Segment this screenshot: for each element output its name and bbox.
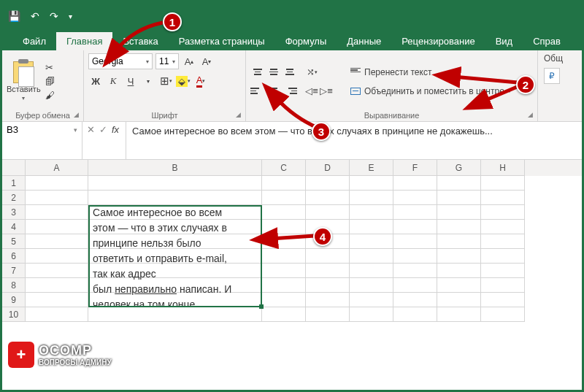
cell[interactable] [350,191,393,205]
decrease-font-icon[interactable]: A▾ [199,54,214,69]
tab-review[interactable]: Рецензирование [391,32,485,50]
cell[interactable] [437,205,481,220]
column-header-H[interactable]: H [481,160,525,176]
row-header[interactable]: 2 [2,191,26,205]
cell[interactable] [481,307,525,322]
column-header-G[interactable]: G [437,160,481,176]
align-bottom-icon[interactable] [283,65,297,80]
cell[interactable] [262,249,306,264]
cell[interactable] [350,278,393,293]
cell[interactable] [437,264,481,278]
row-header[interactable]: 5 [2,234,26,249]
cell[interactable] [88,307,262,322]
cell[interactable] [481,293,525,307]
cell[interactable] [26,191,88,205]
cell[interactable] [26,264,88,278]
cell[interactable] [350,234,393,249]
cell[interactable] [350,176,393,191]
cell[interactable] [393,293,437,307]
cancel-formula-icon[interactable]: ✕ [87,124,95,135]
fill-color-icon[interactable]: ⬙▾ [176,74,191,88]
cell[interactable] [306,191,350,205]
cell[interactable] [306,278,350,293]
cell[interactable] [393,234,437,249]
tab-help[interactable]: Справ [523,32,571,50]
cell[interactable] [26,307,88,322]
cell[interactable] [262,191,306,205]
cell[interactable] [306,264,350,278]
fx-icon[interactable]: fx [112,124,119,135]
enter-formula-icon[interactable]: ✓ [99,124,107,135]
cell[interactable] [26,278,88,293]
row-header[interactable]: 9 [2,293,26,307]
cell[interactable] [26,205,88,220]
tab-home[interactable]: Главная [56,32,112,50]
row-header[interactable]: 10 [2,307,26,322]
cell[interactable] [481,278,525,293]
tab-file[interactable]: Файл [12,32,56,50]
format-painter-icon[interactable]: 🖌 [45,90,55,101]
cell[interactable] [26,249,88,264]
cell[interactable] [481,220,525,234]
alignment-dialog-launcher-icon[interactable]: ◢ [528,111,533,118]
cell[interactable] [26,293,88,307]
column-header-B[interactable]: B [88,160,262,176]
font-dialog-launcher-icon[interactable]: ◢ [236,111,241,118]
border-icon[interactable]: ⊞▾ [158,74,173,88]
cell[interactable] [350,264,393,278]
row-header[interactable]: 8 [2,278,26,293]
column-header-E[interactable]: E [350,160,393,176]
cell[interactable] [437,191,481,205]
cell[interactable] [262,278,306,293]
cell[interactable] [437,293,481,307]
column-header-A[interactable]: A [26,160,88,176]
row-header[interactable]: 7 [2,264,26,278]
tab-formulas[interactable]: Формулы [275,32,337,50]
cell[interactable] [393,191,437,205]
cell[interactable] [481,191,525,205]
cell[interactable] [306,307,350,322]
cell[interactable] [393,307,437,322]
cell[interactable] [88,176,262,191]
cell[interactable] [262,293,306,307]
currency-icon[interactable]: ₽ [544,68,560,84]
cell[interactable] [262,307,306,322]
paste-button[interactable]: Вставить ▾ [7,61,41,101]
tab-data[interactable]: Данные [337,32,391,50]
cell[interactable] [306,176,350,191]
column-header-C[interactable]: C [262,160,306,176]
cell[interactable] [481,264,525,278]
copy-icon[interactable]: 🗐 [45,76,55,87]
row-header[interactable]: 1 [2,176,26,191]
clipboard-dialog-launcher-icon[interactable]: ◢ [74,111,79,118]
cell[interactable] [262,264,306,278]
redo-icon[interactable]: ↷ [50,10,58,22]
align-left-icon[interactable] [250,84,265,99]
cell[interactable] [437,278,481,293]
cell[interactable] [437,307,481,322]
cell[interactable] [306,293,350,307]
cell[interactable] [350,249,393,264]
name-box[interactable]: B3▾ [2,122,82,159]
cell[interactable] [393,205,437,220]
cell[interactable] [262,176,306,191]
column-header-D[interactable]: D [306,160,350,176]
cell[interactable] [393,176,437,191]
formula-input[interactable]: Самое интересное во всем этом — что в эт… [126,122,582,159]
cell[interactable] [26,220,88,234]
tab-page-layout[interactable]: Разметка страницы [169,32,275,50]
cell[interactable] [393,264,437,278]
tab-view[interactable]: Вид [485,32,523,50]
select-all-corner[interactable] [2,160,26,176]
cell[interactable] [437,176,481,191]
cell[interactable] [437,220,481,234]
font-color-icon[interactable]: A▾ [193,74,208,88]
cell[interactable] [481,234,525,249]
row-header[interactable]: 3 [2,205,26,220]
cell[interactable] [350,307,393,322]
cell[interactable] [481,176,525,191]
cell[interactable] [481,205,525,220]
cell[interactable] [481,249,525,264]
align-top-icon[interactable] [250,65,265,80]
save-icon[interactable]: 💾 [8,10,20,22]
